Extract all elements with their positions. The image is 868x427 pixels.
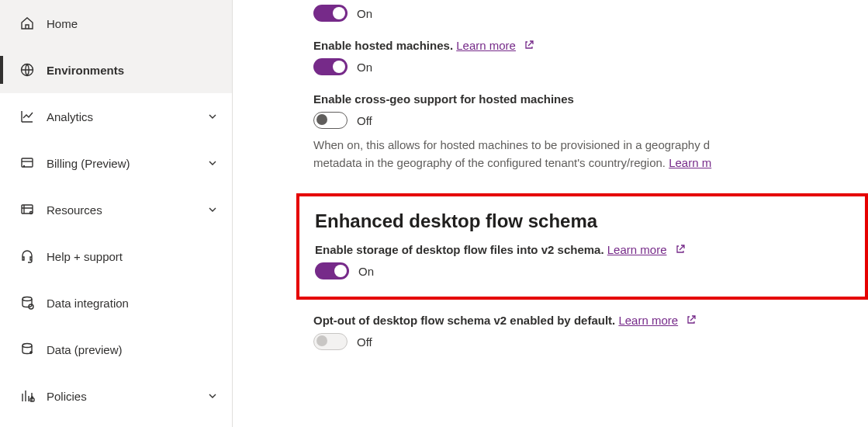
hosted-machines-label: Enable hosted machines. Learn more <box>313 39 868 52</box>
globe-icon <box>19 61 36 78</box>
enable-v2-label: Enable storage of desktop flow files int… <box>315 243 849 256</box>
sidebar-item-label: Help + support <box>47 250 218 263</box>
svg-point-2 <box>24 166 25 167</box>
sidebar-item-billing[interactable]: Billing (Preview) <box>0 140 232 186</box>
external-link-icon <box>675 244 686 255</box>
sidebar-item-policies[interactable]: Policies <box>0 373 232 419</box>
sidebar-item-resources[interactable]: Resources <box>0 186 232 233</box>
sidebar-item-environments[interactable]: Environments <box>0 47 232 93</box>
sidebar-item-label: Policies <box>47 390 207 403</box>
sidebar-item-data-preview[interactable]: Data (preview) <box>0 326 232 373</box>
billing-icon <box>19 154 36 172</box>
home-icon <box>19 15 36 32</box>
chevron-down-icon <box>207 158 218 168</box>
data-icon <box>19 341 36 358</box>
main-content: On Enable hosted machines. Learn more On… <box>233 0 868 427</box>
initial-toggle[interactable] <box>313 5 348 22</box>
enhanced-schema-highlight: Enhanced desktop flow schema Enable stor… <box>296 193 868 300</box>
sidebar-item-analytics[interactable]: Analytics <box>0 93 232 140</box>
cross-geo-label: Enable cross-geo support for hosted mach… <box>313 92 868 106</box>
hosted-machines-toggle[interactable] <box>313 58 348 75</box>
chevron-down-icon <box>207 391 218 401</box>
enable-v2-toggle[interactable] <box>315 262 349 279</box>
headset-icon <box>19 248 36 265</box>
toggle-state: On <box>357 7 372 20</box>
cross-geo-description: When on, this allows for hosted machines… <box>313 137 868 172</box>
toggle-state: On <box>357 61 372 74</box>
resources-icon <box>19 201 36 218</box>
sidebar-item-label: Billing (Preview) <box>47 157 207 170</box>
optout-learn-link[interactable]: Learn more <box>618 314 678 327</box>
cross-geo-toggle[interactable] <box>313 112 348 129</box>
toggle-state: On <box>358 265 374 278</box>
hosted-machines-learn-link[interactable]: Learn more <box>456 39 516 52</box>
sidebar-item-label: Environments <box>47 64 218 77</box>
sidebar-item-label: Resources <box>47 203 207 217</box>
sidebar-item-label: Analytics <box>47 110 207 123</box>
analytics-icon <box>19 108 36 125</box>
sidebar-item-label: Data (preview) <box>47 343 218 356</box>
enhanced-schema-heading: Enhanced desktop flow schema <box>315 210 849 232</box>
external-link-icon <box>686 314 697 325</box>
initial-toggle-row: On <box>313 5 868 22</box>
toggle-state: Off <box>357 335 372 349</box>
toggle-state: Off <box>357 114 372 127</box>
cross-geo-learn-link[interactable]: Learn m <box>669 156 711 169</box>
sidebar-item-help[interactable]: Help + support <box>0 233 232 279</box>
svg-point-4 <box>30 212 33 214</box>
policies-icon <box>19 387 36 404</box>
sidebar-item-data-integration[interactable]: Data integration <box>0 279 232 326</box>
svg-point-7 <box>22 344 32 348</box>
svg-rect-3 <box>22 205 33 214</box>
sidebar-item-label: Data integration <box>47 297 218 310</box>
enable-v2-learn-link[interactable]: Learn more <box>607 243 667 256</box>
chevron-down-icon <box>207 111 218 122</box>
sidebar-item-home[interactable]: Home <box>0 0 232 47</box>
optout-toggle[interactable] <box>313 333 348 350</box>
data-integration-icon <box>19 294 36 311</box>
optout-label: Opt-out of desktop flow schema v2 enable… <box>313 314 868 327</box>
sidebar: Home Environments Analytics Billing (Pre… <box>0 0 233 427</box>
external-link-icon <box>524 40 534 50</box>
chevron-down-icon <box>207 204 218 215</box>
svg-point-5 <box>22 297 32 301</box>
sidebar-item-label: Home <box>47 17 218 30</box>
